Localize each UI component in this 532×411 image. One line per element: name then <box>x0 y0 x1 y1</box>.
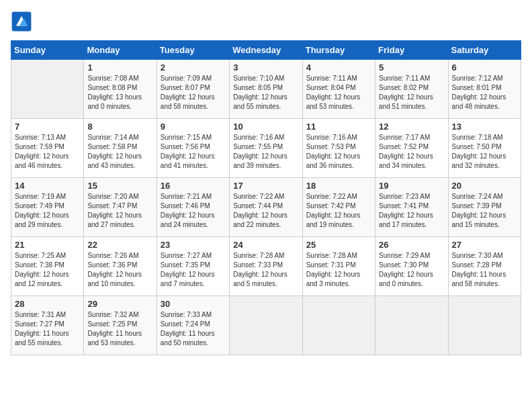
calendar-cell: 23Sunrise: 7:27 AM Sunset: 7:35 PM Dayli… <box>157 237 229 296</box>
day-number: 8 <box>87 122 152 132</box>
calendar-cell: 15Sunrise: 7:20 AM Sunset: 7:47 PM Dayli… <box>84 178 157 237</box>
day-info: Sunrise: 7:24 AM Sunset: 7:39 PM Dayligh… <box>452 192 517 230</box>
calendar-cell: 10Sunrise: 7:16 AM Sunset: 7:55 PM Dayli… <box>230 119 302 178</box>
calendar-cell <box>230 296 302 355</box>
day-info: Sunrise: 7:30 AM Sunset: 7:28 PM Dayligh… <box>452 251 517 289</box>
day-info: Sunrise: 7:27 AM Sunset: 7:35 PM Dayligh… <box>161 251 226 289</box>
calendar-cell: 21Sunrise: 7:25 AM Sunset: 7:38 PM Dayli… <box>11 237 84 296</box>
calendar-cell: 28Sunrise: 7:31 AM Sunset: 7:27 PM Dayli… <box>11 296 84 355</box>
day-info: Sunrise: 7:08 AM Sunset: 8:08 PM Dayligh… <box>87 74 152 111</box>
calendar-body: 1Sunrise: 7:08 AM Sunset: 8:08 PM Daylig… <box>11 60 521 355</box>
day-number: 26 <box>379 240 444 250</box>
day-info: Sunrise: 7:28 AM Sunset: 7:33 PM Dayligh… <box>233 251 298 289</box>
day-info: Sunrise: 7:14 AM Sunset: 7:58 PM Dayligh… <box>87 133 152 171</box>
calendar-cell: 7Sunrise: 7:13 AM Sunset: 7:59 PM Daylig… <box>11 119 84 178</box>
day-info: Sunrise: 7:16 AM Sunset: 7:55 PM Dayligh… <box>233 133 298 171</box>
day-info: Sunrise: 7:20 AM Sunset: 7:47 PM Dayligh… <box>87 192 152 230</box>
day-number: 27 <box>452 240 517 250</box>
calendar-cell: 20Sunrise: 7:24 AM Sunset: 7:39 PM Dayli… <box>448 178 521 237</box>
day-info: Sunrise: 7:17 AM Sunset: 7:52 PM Dayligh… <box>379 133 444 171</box>
day-info: Sunrise: 7:15 AM Sunset: 7:56 PM Dayligh… <box>161 133 226 171</box>
day-info: Sunrise: 7:25 AM Sunset: 7:38 PM Dayligh… <box>15 251 80 289</box>
week-row-2: 7Sunrise: 7:13 AM Sunset: 7:59 PM Daylig… <box>11 119 521 178</box>
calendar-cell <box>375 296 448 355</box>
day-header-tuesday: Tuesday <box>157 41 229 60</box>
day-number: 11 <box>306 122 371 132</box>
day-info: Sunrise: 7:32 AM Sunset: 7:25 PM Dayligh… <box>87 310 152 348</box>
week-row-5: 28Sunrise: 7:31 AM Sunset: 7:27 PM Dayli… <box>11 296 521 355</box>
day-info: Sunrise: 7:11 AM Sunset: 8:02 PM Dayligh… <box>379 74 444 111</box>
calendar-cell: 18Sunrise: 7:22 AM Sunset: 7:42 PM Dayli… <box>302 178 375 237</box>
day-number: 15 <box>87 181 152 191</box>
day-number: 1 <box>87 62 152 73</box>
day-info: Sunrise: 7:19 AM Sunset: 7:49 PM Dayligh… <box>15 192 80 230</box>
logo <box>11 11 35 32</box>
day-info: Sunrise: 7:18 AM Sunset: 7:50 PM Dayligh… <box>452 133 517 171</box>
day-number: 17 <box>233 181 298 191</box>
week-row-3: 14Sunrise: 7:19 AM Sunset: 7:49 PM Dayli… <box>11 178 521 237</box>
day-info: Sunrise: 7:21 AM Sunset: 7:46 PM Dayligh… <box>161 192 226 230</box>
day-info: Sunrise: 7:12 AM Sunset: 8:01 PM Dayligh… <box>452 74 517 111</box>
day-info: Sunrise: 7:10 AM Sunset: 8:05 PM Dayligh… <box>233 74 298 111</box>
calendar-cell <box>302 296 375 355</box>
day-header-thursday: Thursday <box>302 41 375 60</box>
calendar-cell: 16Sunrise: 7:21 AM Sunset: 7:46 PM Dayli… <box>157 178 229 237</box>
calendar-header-row: SundayMondayTuesdayWednesdayThursdayFrid… <box>11 41 521 60</box>
logo-icon <box>11 11 32 32</box>
day-header-friday: Friday <box>375 41 448 60</box>
week-row-4: 21Sunrise: 7:25 AM Sunset: 7:38 PM Dayli… <box>11 237 521 296</box>
calendar-table: SundayMondayTuesdayWednesdayThursdayFrid… <box>11 40 521 355</box>
day-number: 30 <box>161 299 226 309</box>
day-number: 25 <box>306 240 371 250</box>
day-info: Sunrise: 7:22 AM Sunset: 7:42 PM Dayligh… <box>306 192 371 230</box>
day-number: 20 <box>452 181 517 191</box>
day-info: Sunrise: 7:13 AM Sunset: 7:59 PM Dayligh… <box>15 133 80 171</box>
day-number: 13 <box>452 122 517 132</box>
day-number: 28 <box>15 299 80 309</box>
day-number: 12 <box>379 122 444 132</box>
day-info: Sunrise: 7:31 AM Sunset: 7:27 PM Dayligh… <box>15 310 80 348</box>
day-number: 16 <box>161 181 226 191</box>
calendar-cell: 22Sunrise: 7:26 AM Sunset: 7:36 PM Dayli… <box>84 237 157 296</box>
day-number: 22 <box>87 240 152 250</box>
calendar-cell: 30Sunrise: 7:33 AM Sunset: 7:24 PM Dayli… <box>157 296 229 355</box>
calendar-cell: 26Sunrise: 7:29 AM Sunset: 7:30 PM Dayli… <box>375 237 448 296</box>
day-number: 24 <box>233 240 298 250</box>
calendar-cell: 5Sunrise: 7:11 AM Sunset: 8:02 PM Daylig… <box>375 60 448 119</box>
calendar-cell: 12Sunrise: 7:17 AM Sunset: 7:52 PM Dayli… <box>375 119 448 178</box>
day-header-sunday: Sunday <box>11 41 84 60</box>
calendar-cell: 29Sunrise: 7:32 AM Sunset: 7:25 PM Dayli… <box>84 296 157 355</box>
calendar-cell: 14Sunrise: 7:19 AM Sunset: 7:49 PM Dayli… <box>11 178 84 237</box>
day-header-monday: Monday <box>84 41 157 60</box>
day-info: Sunrise: 7:33 AM Sunset: 7:24 PM Dayligh… <box>161 310 226 348</box>
day-number: 3 <box>233 62 298 73</box>
calendar-cell: 17Sunrise: 7:22 AM Sunset: 7:44 PM Dayli… <box>230 178 302 237</box>
day-number: 14 <box>15 181 80 191</box>
week-row-1: 1Sunrise: 7:08 AM Sunset: 8:08 PM Daylig… <box>11 60 521 119</box>
day-info: Sunrise: 7:29 AM Sunset: 7:30 PM Dayligh… <box>379 251 444 289</box>
calendar-cell: 6Sunrise: 7:12 AM Sunset: 8:01 PM Daylig… <box>448 60 521 119</box>
calendar-cell: 8Sunrise: 7:14 AM Sunset: 7:58 PM Daylig… <box>84 119 157 178</box>
day-number: 6 <box>452 62 517 73</box>
calendar-cell: 4Sunrise: 7:11 AM Sunset: 8:04 PM Daylig… <box>302 60 375 119</box>
day-info: Sunrise: 7:09 AM Sunset: 8:07 PM Dayligh… <box>161 74 226 111</box>
day-info: Sunrise: 7:28 AM Sunset: 7:31 PM Dayligh… <box>306 251 371 289</box>
day-number: 21 <box>15 240 80 250</box>
calendar-cell: 3Sunrise: 7:10 AM Sunset: 8:05 PM Daylig… <box>230 60 302 119</box>
calendar-cell: 27Sunrise: 7:30 AM Sunset: 7:28 PM Dayli… <box>448 237 521 296</box>
calendar-cell: 2Sunrise: 7:09 AM Sunset: 8:07 PM Daylig… <box>157 60 229 119</box>
day-number: 4 <box>306 62 371 73</box>
calendar-cell: 9Sunrise: 7:15 AM Sunset: 7:56 PM Daylig… <box>157 119 229 178</box>
calendar-cell: 24Sunrise: 7:28 AM Sunset: 7:33 PM Dayli… <box>230 237 302 296</box>
day-header-saturday: Saturday <box>448 41 521 60</box>
day-number: 19 <box>379 181 444 191</box>
calendar-cell <box>448 296 521 355</box>
day-number: 23 <box>161 240 226 250</box>
day-number: 10 <box>233 122 298 132</box>
day-number: 9 <box>161 122 226 132</box>
day-info: Sunrise: 7:23 AM Sunset: 7:41 PM Dayligh… <box>379 192 444 230</box>
day-number: 5 <box>379 62 444 73</box>
calendar-cell: 11Sunrise: 7:16 AM Sunset: 7:53 PM Dayli… <box>302 119 375 178</box>
day-info: Sunrise: 7:11 AM Sunset: 8:04 PM Dayligh… <box>306 74 371 111</box>
day-info: Sunrise: 7:26 AM Sunset: 7:36 PM Dayligh… <box>87 251 152 289</box>
